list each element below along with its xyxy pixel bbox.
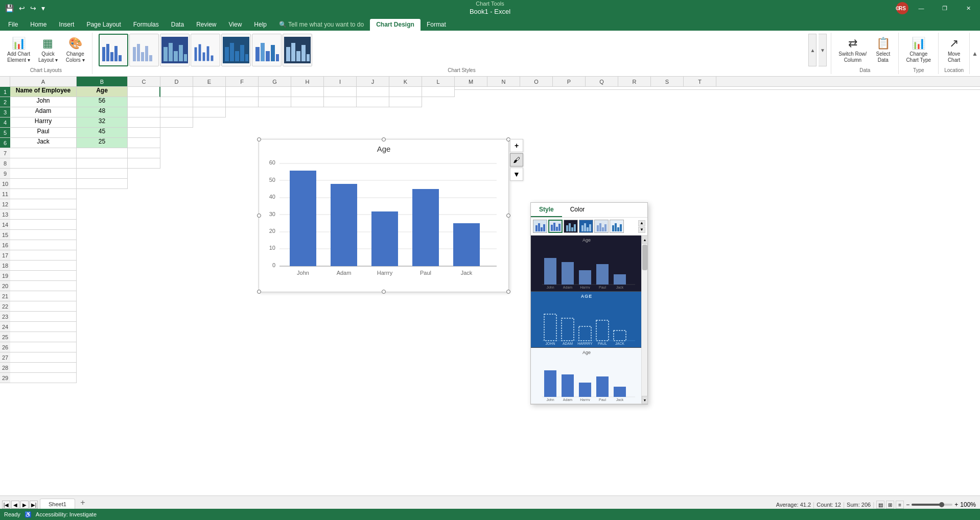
cell-i1[interactable]	[324, 87, 357, 97]
cell-c3[interactable]	[128, 107, 160, 117]
bar-john[interactable]	[290, 171, 316, 266]
save-button[interactable]: 💾	[4, 3, 15, 13]
cell-a3[interactable]: Adam	[10, 107, 77, 117]
cell-e2[interactable]	[193, 97, 226, 107]
style-preview-light[interactable]: Age John Adam Harrry Paul Jack	[531, 348, 642, 404]
accessibility-label[interactable]: Accessibility: Investigate	[36, 511, 97, 517]
switch-row-column-button[interactable]: ⇄ Switch Row/Column	[835, 35, 870, 65]
cell-b1[interactable]: Age	[77, 87, 128, 97]
handle-tl[interactable]	[257, 137, 261, 141]
bar-paul[interactable]	[412, 189, 439, 266]
bar-jack[interactable]	[453, 223, 480, 266]
mini-style-1[interactable]	[533, 220, 547, 233]
cell-b6[interactable]: 25	[77, 138, 128, 148]
cell-a1[interactable]: Name of Employee	[10, 87, 77, 97]
panel-scroll-down-btn[interactable]: ▼	[642, 396, 648, 404]
tab-format[interactable]: Format	[421, 19, 452, 31]
col-header-e[interactable]: E	[193, 77, 226, 86]
tab-formulas[interactable]: Formulas	[127, 19, 165, 31]
settings-button[interactable]: ⚙	[886, 0, 909, 16]
col-header-b[interactable]: B	[77, 77, 128, 86]
mini-scroll-down[interactable]: ▼	[638, 227, 645, 233]
tab-help[interactable]: Help	[248, 19, 273, 31]
handle-bl[interactable]	[257, 290, 261, 294]
chart-style-5[interactable]	[221, 34, 251, 66]
cell-e1[interactable]	[193, 87, 226, 97]
cell-a7[interactable]	[10, 148, 77, 158]
col-header-t[interactable]: T	[684, 77, 716, 86]
cell-d3[interactable]	[160, 107, 193, 117]
chart-filter-side-button[interactable]: ▼	[510, 168, 523, 181]
add-chart-element-side-button[interactable]: +	[510, 139, 523, 152]
cell-c1[interactable]	[128, 87, 160, 97]
row-header-3[interactable]: 3	[0, 107, 10, 117]
change-chart-type-button[interactable]: 📊 ChangeChart Type	[903, 35, 934, 65]
cell-a4[interactable]: Harrry	[10, 117, 77, 128]
cell-j2[interactable]	[357, 97, 389, 107]
chart-style-side-button[interactable]: 🖌	[510, 153, 523, 167]
sheet-prev-btn[interactable]: ◀	[11, 501, 19, 509]
tab-review[interactable]: Review	[190, 19, 222, 31]
tab-page-layout[interactable]: Page Layout	[80, 19, 127, 31]
sheet-first-btn[interactable]: |◀	[2, 501, 10, 509]
style-preview-blue[interactable]: AGE JOHN ADAM HARRRY PAUL JACK	[531, 292, 642, 348]
cell-i2[interactable]	[324, 97, 357, 107]
styles-scroll-down[interactable]: ▼	[819, 34, 827, 66]
handle-ml[interactable]	[257, 214, 261, 218]
row-header-11[interactable]: 11	[0, 189, 10, 199]
cell-c6[interactable]	[128, 138, 160, 148]
col-header-a[interactable]: A	[10, 77, 77, 86]
page-layout-view-button[interactable]: ⊞	[886, 501, 894, 509]
panel-scroll-thumb[interactable]	[642, 245, 647, 270]
row-header-6[interactable]: 6	[0, 138, 10, 148]
redo-button[interactable]: ↪	[29, 3, 37, 13]
col-header-l[interactable]: L	[422, 77, 455, 86]
zoom-thumb[interactable]	[939, 502, 944, 507]
col-header-h[interactable]: H	[291, 77, 324, 86]
style-preview-dark[interactable]: Age John Adam Harrry Paul Jack	[531, 235, 642, 292]
restore-button[interactable]: ❐	[933, 0, 956, 16]
change-colors-button[interactable]: 🎨 ChangeColors ▾	[63, 35, 88, 65]
quick-layout-button[interactable]: ▦ QuickLayout ▾	[35, 35, 61, 65]
cell-b7[interactable]	[77, 148, 128, 158]
cell-f2[interactable]	[226, 97, 259, 107]
handle-mr[interactable]	[506, 214, 510, 218]
col-header-q[interactable]: Q	[586, 77, 618, 86]
cell-c4[interactable]	[128, 117, 160, 128]
chart-style-7[interactable]	[283, 34, 312, 66]
bar-harrry[interactable]	[371, 211, 398, 266]
mini-style-6[interactable]	[610, 220, 624, 233]
chart-style-3[interactable]	[160, 34, 190, 66]
chart-style-2[interactable]	[129, 34, 159, 66]
cell-c5[interactable]	[128, 128, 160, 138]
styles-scroll-up[interactable]: ▲	[808, 34, 816, 66]
mini-style-4[interactable]	[579, 220, 593, 233]
tab-style[interactable]: Style	[531, 203, 562, 217]
handle-bc[interactable]	[382, 290, 386, 294]
cell-k2[interactable]	[389, 97, 422, 107]
tab-home[interactable]: Home	[24, 19, 53, 31]
chart-style-1[interactable]	[99, 34, 128, 66]
cell-b4[interactable]: 32	[77, 117, 128, 128]
cell-c2[interactable]	[128, 97, 160, 107]
cell-b2[interactable]: 56	[77, 97, 128, 107]
row-header-8[interactable]: 8	[0, 158, 10, 169]
col-header-p[interactable]: P	[553, 77, 586, 86]
tab-data[interactable]: Data	[165, 19, 190, 31]
sheet-last-btn[interactable]: ▶|	[30, 501, 38, 509]
cell-b3[interactable]: 48	[77, 107, 128, 117]
bar-adam[interactable]	[331, 184, 357, 266]
panel-scroll-up-btn[interactable]: ▲	[642, 235, 648, 244]
col-header-n[interactable]: N	[487, 77, 520, 86]
handle-br[interactable]	[506, 290, 510, 294]
select-data-button[interactable]: 📋 SelectData	[872, 35, 894, 65]
zoom-out-btn[interactable]: −	[906, 501, 909, 508]
page-break-view-button[interactable]: ≡	[896, 501, 904, 509]
cell-j1[interactable]	[357, 87, 389, 97]
customize-qa-button[interactable]: ▾	[40, 3, 46, 13]
zoom-slider[interactable]	[912, 504, 952, 506]
row-header-1[interactable]: 1	[0, 87, 10, 97]
col-header-i[interactable]: I	[324, 77, 357, 86]
normal-view-button[interactable]: ▤	[876, 501, 884, 509]
col-header-c[interactable]: C	[128, 77, 160, 86]
